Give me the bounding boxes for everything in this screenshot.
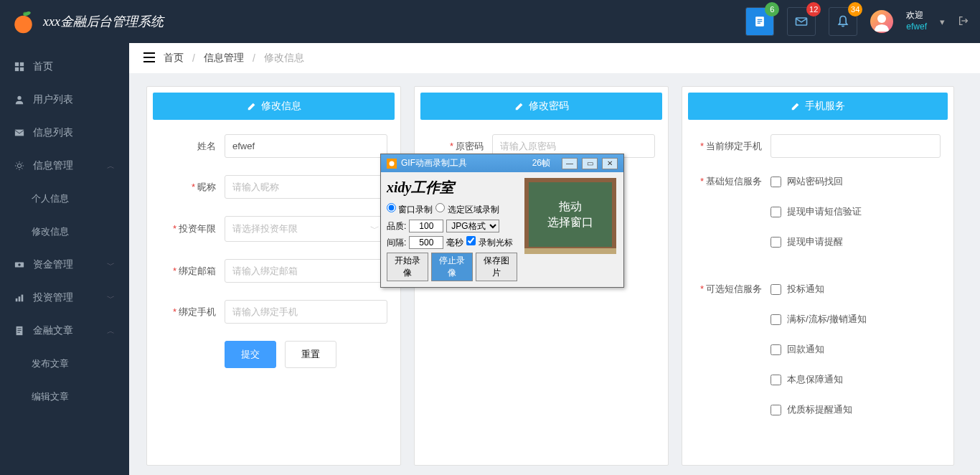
- svg-rect-18: [19, 296, 21, 301]
- checkbox-label: 回款通知: [787, 343, 824, 356]
- user-icon: [14, 95, 24, 105]
- svg-rect-26: [143, 61, 155, 62]
- svg-rect-22: [17, 330, 21, 331]
- start-record-button[interactable]: 开始录像: [387, 253, 428, 281]
- svg-rect-25: [143, 57, 155, 58]
- sidebar-item-info-list[interactable]: 信息列表: [0, 116, 129, 149]
- mode-window[interactable]: 窗口录制: [387, 203, 433, 216]
- opt-opt-3[interactable]: [771, 375, 781, 385]
- grid-icon: [14, 62, 24, 72]
- breadcrumb-sep: /: [192, 52, 195, 64]
- svg-rect-10: [15, 67, 19, 71]
- messages-button[interactable]: 6: [745, 7, 774, 36]
- sidebar-item-articles[interactable]: 金融文章 ︿: [0, 314, 129, 347]
- minimize-button[interactable]: —: [562, 158, 578, 169]
- opt-opt-2[interactable]: [771, 344, 781, 355]
- svg-rect-17: [16, 298, 18, 301]
- svg-point-28: [390, 161, 395, 166]
- user-menu-caret[interactable]: ▾: [940, 17, 945, 27]
- sidebar-item-invest[interactable]: 投资管理 ﹀: [0, 281, 129, 314]
- gear-icon: [14, 161, 24, 171]
- stop-record-button[interactable]: 停止录像: [431, 253, 473, 281]
- checkbox-label: 网站密码找回: [787, 175, 843, 188]
- panel-header: 修改信息: [153, 93, 395, 120]
- years-select[interactable]: 请选择投资年限 ﹀: [225, 216, 387, 242]
- toggle-sidebar-button[interactable]: [143, 52, 155, 65]
- breadcrumb-section[interactable]: 信息管理: [204, 52, 244, 65]
- reset-button[interactable]: 重置: [285, 341, 336, 368]
- opt-sms-label: *可选短信服务: [695, 283, 771, 296]
- opt-opt-0[interactable]: [771, 284, 781, 295]
- nick-input[interactable]: [225, 175, 387, 199]
- cursor-checkbox[interactable]: 录制光标: [466, 236, 512, 249]
- mail-badge: 12: [806, 2, 821, 17]
- name-input[interactable]: [225, 134, 387, 158]
- panel-header: 手机服务: [688, 93, 948, 120]
- orange-icon: [11, 9, 36, 34]
- phone-input[interactable]: [225, 300, 387, 324]
- checkbox-label: 优质标提醒通知: [787, 403, 852, 416]
- sidebar-item-personal-info[interactable]: 个人信息: [0, 182, 129, 215]
- breadcrumb: 首页 / 信息管理 / 修改信息: [129, 43, 980, 73]
- mail-button[interactable]: 12: [787, 7, 816, 36]
- interval-label: 间隔:: [387, 237, 406, 249]
- svg-point-7: [877, 14, 886, 23]
- chevron-down-icon: ﹀: [107, 260, 115, 271]
- gif-title-text: GIF动画录制工具: [401, 157, 528, 169]
- opt-opt-4[interactable]: [771, 405, 781, 415]
- mode-region[interactable]: 选定区域录制: [435, 203, 499, 216]
- doc-icon: [753, 14, 767, 29]
- basic-opt-1[interactable]: [771, 207, 781, 217]
- svg-rect-23: [17, 332, 20, 333]
- panel-phone-service: 手机服务 *当前绑定手机 *基础短信服务 网站密码找回 提现申请短信验证 提现申…: [682, 86, 954, 466]
- chevron-up-icon: ︿: [107, 161, 115, 171]
- panel-header: 修改密码: [420, 93, 662, 120]
- basic-opt-2[interactable]: [771, 237, 781, 248]
- quality-input[interactable]: [409, 220, 443, 232]
- opt-opt-1[interactable]: [771, 314, 781, 325]
- logout-icon: [958, 15, 969, 27]
- gif-titlebar[interactable]: GIF动画录制工具 26帧 — ▭ ✕: [381, 154, 623, 172]
- email-input[interactable]: [225, 259, 387, 283]
- sidebar-item-funds[interactable]: 资金管理 ﹀: [0, 248, 129, 281]
- sidebar-item-info-mgmt[interactable]: 信息管理 ︿: [0, 149, 129, 182]
- sidebar-item-home[interactable]: 首页: [0, 50, 129, 83]
- cur-phone-input[interactable]: [771, 134, 941, 158]
- gif-recorder-window[interactable]: GIF动画录制工具 26帧 — ▭ ✕ xidy工作室 窗口录制 选定区域录制 …: [380, 154, 624, 288]
- drag-target[interactable]: 拖动选择窗口: [524, 178, 616, 251]
- save-image-button[interactable]: 保存图片: [476, 253, 517, 281]
- breadcrumb-home[interactable]: 首页: [164, 52, 184, 65]
- sidebar-item-label: 发布文章: [32, 357, 69, 370]
- checkbox-label: 满标/流标/撤销通知: [787, 313, 867, 326]
- sidebar-item-publish[interactable]: 发布文章: [0, 347, 129, 380]
- sidebar-item-edit-info[interactable]: 修改信息: [0, 215, 129, 248]
- format-select[interactable]: JPG格式: [446, 220, 499, 232]
- years-label: *投资年限: [160, 222, 225, 235]
- panel-edit-info: 修改信息 姓名 *昵称 *投资年限 请选择投资年限: [146, 86, 401, 466]
- maximize-button[interactable]: ▭: [582, 158, 598, 169]
- gif-frames: 26帧: [532, 157, 550, 169]
- checkbox-label: 提现申请短信验证: [787, 205, 862, 218]
- logout-button[interactable]: [958, 15, 969, 29]
- avatar-icon: [870, 10, 893, 33]
- sidebar-item-label: 信息管理: [33, 159, 73, 172]
- svg-rect-3: [758, 19, 763, 20]
- svg-point-12: [17, 96, 21, 100]
- app-title: xxx金融后台管理系统: [43, 13, 164, 30]
- avatar[interactable]: [870, 10, 893, 33]
- bell-badge: 34: [848, 2, 862, 17]
- basic-opt-0[interactable]: [771, 177, 781, 187]
- messages-badge: 6: [765, 2, 779, 17]
- bell-button[interactable]: 34: [829, 7, 857, 36]
- oldpw-label: *原密码: [428, 140, 492, 153]
- sidebar-item-label: 个人信息: [32, 192, 69, 205]
- sidebar-item-label: 修改信息: [32, 225, 69, 238]
- app-logo: xxx金融后台管理系统: [11, 9, 164, 34]
- submit-button[interactable]: 提交: [225, 341, 276, 368]
- bell-icon: [836, 14, 850, 29]
- close-button[interactable]: ✕: [602, 158, 618, 169]
- interval-input[interactable]: [409, 236, 443, 249]
- sidebar-item-users[interactable]: 用户列表: [0, 83, 129, 116]
- sidebar-item-edit-article[interactable]: 编辑文章: [0, 380, 129, 413]
- sidebar-item-label: 投资管理: [33, 291, 73, 304]
